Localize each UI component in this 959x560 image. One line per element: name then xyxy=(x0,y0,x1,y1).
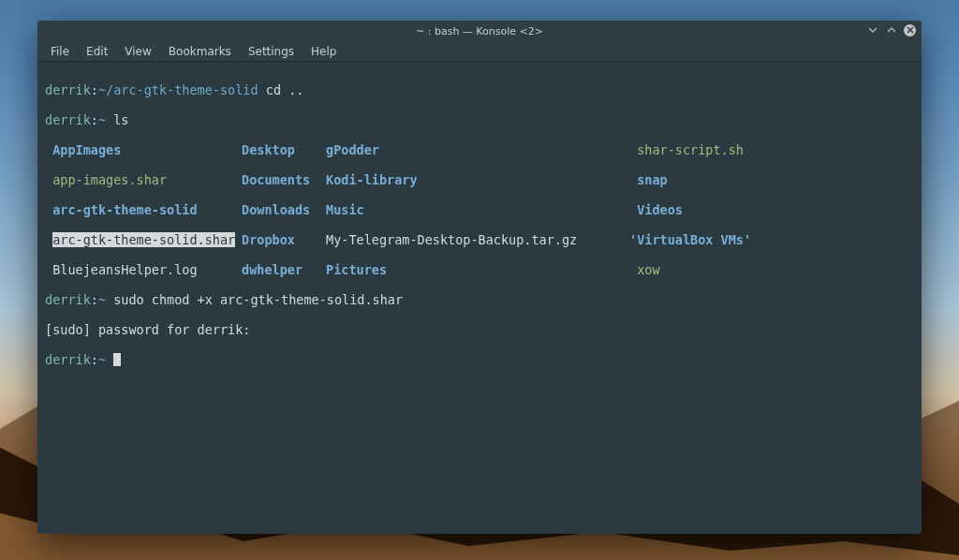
ls-row: AppImagesDesktopgPodder shar-script.sh xyxy=(45,142,914,157)
prompt-path: /arc-gtk-theme-solid xyxy=(106,82,258,97)
ls-item: Dropbox xyxy=(242,232,295,247)
ls-item: Videos xyxy=(637,202,683,217)
ls-row: BluejeansHelper.logdwhelperPictures xow xyxy=(45,262,914,277)
ls-item: snap xyxy=(637,172,668,187)
ls-item: My-Telegram-Desktop-Backup.tar.gz xyxy=(326,232,577,247)
menu-help[interactable]: Help xyxy=(303,43,344,60)
ls-row: app-images.sharDocumentsKodi-library sna… xyxy=(45,172,914,187)
menu-file[interactable]: File xyxy=(43,43,77,60)
ls-item: AppImages xyxy=(52,142,121,157)
window-controls xyxy=(866,23,916,37)
cmd-chmod: sudo chmod +x arc-gtk-theme-solid.shar xyxy=(106,292,403,307)
prompt-sep: : xyxy=(91,82,98,97)
window-titlebar[interactable]: ~ : bash — Konsole <2> xyxy=(37,21,922,41)
ls-item: app-images.shar xyxy=(52,172,167,187)
prompt-tilde: ~ xyxy=(98,82,106,97)
ls-item: Music xyxy=(326,202,364,217)
sudo-prompt: [sudo] password for derrik: xyxy=(45,322,250,337)
ls-item: shar-script.sh xyxy=(637,142,744,157)
menu-bookmarks[interactable]: Bookmarks xyxy=(161,43,239,60)
prompt-tilde: ~ xyxy=(98,112,106,127)
ls-row: arc-gtk-theme-solid.sharDropboxMy-Telegr… xyxy=(45,232,914,247)
prompt-sep: : xyxy=(91,352,98,367)
ls-item: Desktop xyxy=(242,142,295,157)
ls-item: Downloads xyxy=(242,202,310,217)
prompt-sep: : xyxy=(91,292,98,307)
prompt-user: derrik xyxy=(45,292,91,307)
prompt-sep: : xyxy=(91,112,98,127)
prompt-user: derrik xyxy=(45,82,91,97)
prompt-tilde: ~ xyxy=(98,292,106,307)
menubar: File Edit View Bookmarks Settings Help xyxy=(37,41,922,62)
ls-item: 'VirtualBox VMs' xyxy=(629,232,751,247)
menu-edit[interactable]: Edit xyxy=(79,43,115,60)
terminal-output[interactable]: derrik:~/arc-gtk-theme-solid cd .. derri… xyxy=(37,62,922,534)
ls-item: Kodi-library xyxy=(326,172,418,187)
cmd-ls: ls xyxy=(106,112,128,127)
menu-settings[interactable]: Settings xyxy=(241,43,302,60)
prompt-user: derrik xyxy=(45,112,91,127)
menu-view[interactable]: View xyxy=(117,43,158,60)
ls-item: arc-gtk-theme-solid.shar xyxy=(52,232,235,247)
cursor-icon xyxy=(113,353,121,366)
prompt-tilde: ~ xyxy=(98,352,106,367)
ls-item: arc-gtk-theme-solid xyxy=(52,202,197,217)
minimize-icon[interactable] xyxy=(866,23,879,37)
window-title: ~ : bash — Konsole <2> xyxy=(416,25,543,37)
ls-item: BluejeansHelper.log xyxy=(52,262,197,277)
ls-item: xow xyxy=(637,262,659,277)
maximize-icon[interactable] xyxy=(885,23,898,37)
prompt-space xyxy=(106,352,113,367)
ls-item: dwhelper xyxy=(242,262,302,277)
ls-item: Documents xyxy=(242,172,310,187)
konsole-window: ~ : bash — Konsole <2> File Edit View Bo… xyxy=(37,21,922,534)
cmd-cd: cd .. xyxy=(258,82,304,97)
ls-item: gPodder xyxy=(326,142,379,157)
ls-item: Pictures xyxy=(326,262,387,277)
prompt-user: derrik xyxy=(45,352,91,367)
ls-row: arc-gtk-theme-solidDownloadsMusic Videos xyxy=(45,202,914,217)
close-icon[interactable] xyxy=(904,24,916,37)
